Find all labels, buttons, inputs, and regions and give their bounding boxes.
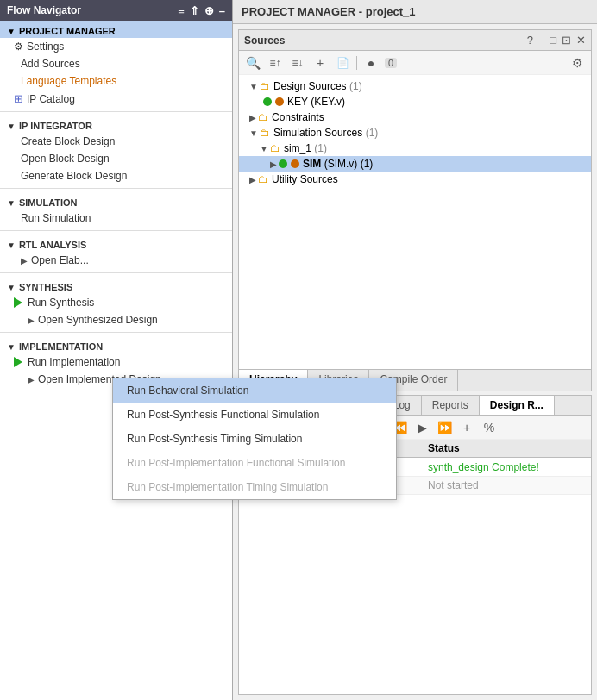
orange-dot-sim bbox=[291, 159, 299, 168]
divider-4 bbox=[0, 272, 232, 273]
fast-forward-button[interactable]: ⏩ bbox=[436, 419, 453, 436]
sources-toolbar: 🔍 ≡↑ ≡↓ + 📄 ● 0 ⚙ bbox=[239, 51, 591, 75]
simulation-dropdown: Run Behavioral Simulation Run Post-Synth… bbox=[112, 378, 397, 500]
nav-item-create-block-design[interactable]: Create Block Design bbox=[0, 133, 232, 150]
gear-icon: ⚙ bbox=[14, 41, 23, 53]
project-manager-label: PROJECT MANAGER - project_1 bbox=[242, 5, 416, 18]
nav-icon-plus[interactable]: ⊕ bbox=[204, 4, 214, 17]
nav-item-run-synthesis[interactable]: Run Synthesis bbox=[0, 294, 232, 311]
chevron-down-icon-4: ▼ bbox=[7, 241, 16, 250]
tree-item-key-file[interactable]: KEY (KEY.v) bbox=[239, 94, 591, 109]
sources-panel: Sources ? – □ ⊡ ✕ 🔍 ≡↑ ≡↓ + 📄 ● 0 ⚙ bbox=[238, 29, 592, 391]
section-label-synthesis: SYNTHESIS bbox=[19, 282, 72, 292]
dropdown-item-run-post-impl-timing: Run Post-Implementation Timing Simulatio… bbox=[113, 475, 396, 499]
tree-item-constraints[interactable]: ▶ 🗀 Constraints bbox=[239, 109, 591, 125]
right-panel: PROJECT MANAGER - project_1 Sources ? – … bbox=[233, 0, 597, 700]
sources-tree: ▼ 🗀 Design Sources (1) KEY (KEY.v) ▶ 🗀 C… bbox=[239, 75, 591, 369]
sources-header: Sources ? – □ ⊡ ✕ bbox=[239, 30, 591, 51]
nav-item-run-implementation[interactable]: Run Implementation bbox=[0, 353, 232, 371]
section-label-implementation: IMPLEMENTATION bbox=[19, 341, 103, 352]
chevron-down-icon-3: ▼ bbox=[7, 198, 16, 208]
nav-item-open-elab[interactable]: ▶ Open Elab... bbox=[0, 252, 232, 269]
chevron-down-sim1: ▼ bbox=[260, 144, 268, 153]
folder-icon-sim: 🗀 bbox=[260, 127, 270, 139]
folder-icon-sim1: 🗀 bbox=[270, 142, 280, 154]
nav-section-ip-integrator[interactable]: ▼ IP INTEGRATOR bbox=[0, 116, 232, 133]
nav-section-synthesis[interactable]: ▼ SYNTHESIS bbox=[0, 277, 232, 294]
green-dot-sim bbox=[279, 159, 287, 168]
percent-button[interactable]: % bbox=[481, 419, 498, 436]
flow-navigator-title: Flow Navigator bbox=[7, 4, 81, 16]
nav-item-open-synthesized-design[interactable]: ▶ Open Synthesized Design bbox=[0, 311, 232, 328]
add-button[interactable]: + bbox=[311, 54, 329, 72]
play-button[interactable]: ▶ bbox=[413, 419, 430, 436]
section-label-rtl-analysis: RTL ANALYSIS bbox=[19, 240, 86, 250]
chevron-right-icon-constraints: ▶ bbox=[249, 113, 256, 122]
sort-down-button[interactable]: ≡↓ bbox=[289, 54, 306, 72]
nav-item-add-sources[interactable]: Add Sources bbox=[0, 55, 232, 72]
maximize-icon[interactable]: □ bbox=[550, 34, 556, 47]
nav-item-ip-catalog[interactable]: ⊞ IP Catalog bbox=[0, 90, 232, 108]
folder-icon-constraints: 🗀 bbox=[258, 111, 268, 123]
chevron-down-icon: ▼ bbox=[7, 27, 16, 36]
chevron-right-simfile: ▶ bbox=[270, 159, 277, 169]
help-icon[interactable]: ? bbox=[527, 34, 533, 47]
chevron-right-utility: ▶ bbox=[249, 175, 256, 184]
dropdown-item-run-post-synth-func[interactable]: Run Post-Synthesis Functional Simulation bbox=[113, 403, 396, 427]
chevron-icon: ▼ bbox=[249, 82, 258, 91]
nav-section-simulation[interactable]: ▼ SIMULATION bbox=[0, 192, 232, 209]
col-header-status: Status bbox=[421, 440, 591, 458]
tab-design-runs[interactable]: Design R... bbox=[480, 396, 555, 415]
tree-item-utility-sources[interactable]: ▶ 🗀 Utility Sources bbox=[239, 172, 591, 187]
tree-item-design-sources[interactable]: ▼ 🗀 Design Sources (1) bbox=[239, 78, 591, 94]
ip-icon: ⊞ bbox=[14, 92, 23, 105]
nav-icon-align[interactable]: ≡ bbox=[178, 4, 185, 17]
sources-header-icons: ? – □ ⊡ ✕ bbox=[527, 34, 586, 47]
chevron-right-icon: ▶ bbox=[21, 256, 28, 266]
run-icon-2 bbox=[14, 357, 22, 367]
nav-item-settings[interactable]: ⚙ Settings bbox=[0, 38, 232, 55]
flow-navigator: Flow Navigator ≡ ⇑ ⊕ – ▼ PROJECT MANAGER… bbox=[0, 0, 233, 700]
chevron-right-icon-2: ▶ bbox=[28, 316, 35, 325]
nav-icon-up[interactable]: ⇑ bbox=[190, 4, 199, 17]
file-button[interactable]: 📄 bbox=[334, 54, 351, 72]
dropdown-item-run-post-synth-timing[interactable]: Run Post-Synthesis Timing Simulation bbox=[113, 427, 396, 451]
nav-item-open-block-design[interactable]: Open Block Design bbox=[0, 150, 232, 167]
chevron-down-icon-2: ▼ bbox=[7, 122, 16, 131]
section-label-ip-integrator: IP INTEGRATOR bbox=[19, 121, 92, 131]
toolbar-divider bbox=[356, 56, 357, 70]
section-label-project-manager: PROJECT MANAGER bbox=[19, 26, 116, 36]
sources-badge: 0 bbox=[385, 58, 397, 68]
close-icon[interactable]: ✕ bbox=[576, 34, 586, 47]
tree-item-sim-file[interactable]: ▶ SIM (SIM.v) (1) bbox=[239, 156, 591, 172]
tree-item-simulation-sources[interactable]: ▼ 🗀 Simulation Sources (1) bbox=[239, 125, 591, 141]
nav-item-language-templates[interactable]: Language Templates bbox=[0, 72, 232, 90]
divider-5 bbox=[0, 332, 232, 333]
chevron-right-icon-3: ▶ bbox=[28, 375, 35, 384]
flow-navigator-header: Flow Navigator ≡ ⇑ ⊕ – bbox=[0, 0, 232, 21]
sort-up-button[interactable]: ≡↑ bbox=[267, 54, 284, 72]
orange-dot-icon bbox=[275, 97, 284, 106]
gear-button[interactable]: ⚙ bbox=[569, 54, 586, 72]
dropdown-item-run-behavioral[interactable]: Run Behavioral Simulation bbox=[113, 378, 396, 403]
add-run-button[interactable]: + bbox=[458, 419, 475, 436]
chevron-down-icon-5: ▼ bbox=[7, 283, 16, 292]
tab-reports[interactable]: Reports bbox=[422, 396, 480, 415]
nav-section-project-manager[interactable]: ▼ PROJECT MANAGER bbox=[0, 21, 232, 38]
divider-3 bbox=[0, 230, 232, 231]
nav-section-implementation[interactable]: ▼ IMPLEMENTATION bbox=[0, 336, 232, 353]
cell-status-synth1: synth_design Complete! bbox=[421, 458, 591, 477]
minimize-icon[interactable]: – bbox=[538, 34, 544, 47]
tree-item-sim-1[interactable]: ▼ 🗀 sim_1 (1) bbox=[239, 141, 591, 156]
nav-section-rtl-analysis[interactable]: ▼ RTL ANALYSIS bbox=[0, 234, 232, 252]
circle-button[interactable]: ● bbox=[362, 54, 380, 72]
chevron-down-icon-6: ▼ bbox=[7, 342, 16, 352]
float-icon[interactable]: ⊡ bbox=[562, 34, 571, 47]
cell-status-impl1: Not started bbox=[421, 477, 591, 495]
nav-item-run-simulation[interactable]: Run Simulation bbox=[0, 209, 232, 227]
divider-2 bbox=[0, 188, 232, 189]
nav-item-generate-block-design[interactable]: Generate Block Design bbox=[0, 167, 232, 184]
sources-title: Sources bbox=[244, 34, 285, 47]
nav-icon-minus[interactable]: – bbox=[219, 4, 225, 17]
search-button[interactable]: 🔍 bbox=[244, 54, 261, 72]
